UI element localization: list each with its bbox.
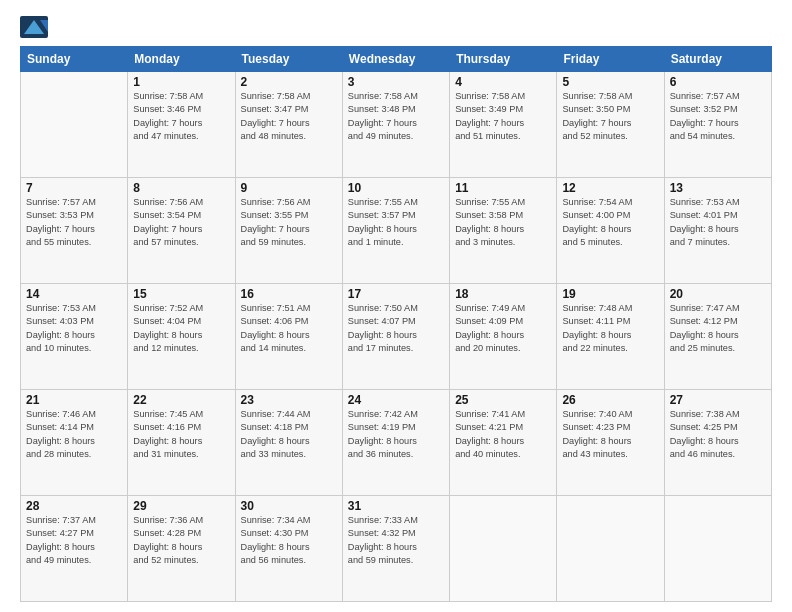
calendar-cell: 24Sunrise: 7:42 AMSunset: 4:19 PMDayligh… (342, 390, 449, 496)
calendar-cell: 20Sunrise: 7:47 AMSunset: 4:12 PMDayligh… (664, 284, 771, 390)
day-number: 11 (455, 181, 551, 195)
calendar-cell (557, 496, 664, 602)
day-info: Sunrise: 7:56 AMSunset: 3:55 PMDaylight:… (241, 196, 337, 249)
day-info: Sunrise: 7:52 AMSunset: 4:04 PMDaylight:… (133, 302, 229, 355)
weekday-header-thursday: Thursday (450, 47, 557, 72)
calendar-cell: 5Sunrise: 7:58 AMSunset: 3:50 PMDaylight… (557, 72, 664, 178)
day-number: 22 (133, 393, 229, 407)
day-info: Sunrise: 7:58 AMSunset: 3:50 PMDaylight:… (562, 90, 658, 143)
day-number: 18 (455, 287, 551, 301)
calendar-cell: 22Sunrise: 7:45 AMSunset: 4:16 PMDayligh… (128, 390, 235, 496)
day-number: 12 (562, 181, 658, 195)
day-info: Sunrise: 7:50 AMSunset: 4:07 PMDaylight:… (348, 302, 444, 355)
day-info: Sunrise: 7:41 AMSunset: 4:21 PMDaylight:… (455, 408, 551, 461)
page: SundayMondayTuesdayWednesdayThursdayFrid… (0, 0, 792, 612)
logo-icon (20, 16, 48, 38)
day-number: 24 (348, 393, 444, 407)
day-info: Sunrise: 7:42 AMSunset: 4:19 PMDaylight:… (348, 408, 444, 461)
calendar-cell: 16Sunrise: 7:51 AMSunset: 4:06 PMDayligh… (235, 284, 342, 390)
calendar: SundayMondayTuesdayWednesdayThursdayFrid… (20, 46, 772, 602)
day-info: Sunrise: 7:56 AMSunset: 3:54 PMDaylight:… (133, 196, 229, 249)
day-number: 29 (133, 499, 229, 513)
calendar-cell: 28Sunrise: 7:37 AMSunset: 4:27 PMDayligh… (21, 496, 128, 602)
day-info: Sunrise: 7:38 AMSunset: 4:25 PMDaylight:… (670, 408, 766, 461)
day-number: 10 (348, 181, 444, 195)
calendar-cell (21, 72, 128, 178)
calendar-cell: 13Sunrise: 7:53 AMSunset: 4:01 PMDayligh… (664, 178, 771, 284)
day-number: 7 (26, 181, 122, 195)
day-info: Sunrise: 7:53 AMSunset: 4:03 PMDaylight:… (26, 302, 122, 355)
day-info: Sunrise: 7:57 AMSunset: 3:52 PMDaylight:… (670, 90, 766, 143)
calendar-cell: 27Sunrise: 7:38 AMSunset: 4:25 PMDayligh… (664, 390, 771, 496)
calendar-cell: 10Sunrise: 7:55 AMSunset: 3:57 PMDayligh… (342, 178, 449, 284)
calendar-cell: 4Sunrise: 7:58 AMSunset: 3:49 PMDaylight… (450, 72, 557, 178)
calendar-cell: 31Sunrise: 7:33 AMSunset: 4:32 PMDayligh… (342, 496, 449, 602)
day-info: Sunrise: 7:54 AMSunset: 4:00 PMDaylight:… (562, 196, 658, 249)
day-number: 16 (241, 287, 337, 301)
weekday-header-wednesday: Wednesday (342, 47, 449, 72)
day-info: Sunrise: 7:36 AMSunset: 4:28 PMDaylight:… (133, 514, 229, 567)
calendar-cell: 15Sunrise: 7:52 AMSunset: 4:04 PMDayligh… (128, 284, 235, 390)
day-info: Sunrise: 7:46 AMSunset: 4:14 PMDaylight:… (26, 408, 122, 461)
week-row-4: 21Sunrise: 7:46 AMSunset: 4:14 PMDayligh… (21, 390, 772, 496)
day-number: 19 (562, 287, 658, 301)
calendar-cell (664, 496, 771, 602)
day-number: 3 (348, 75, 444, 89)
calendar-cell: 26Sunrise: 7:40 AMSunset: 4:23 PMDayligh… (557, 390, 664, 496)
day-info: Sunrise: 7:49 AMSunset: 4:09 PMDaylight:… (455, 302, 551, 355)
day-info: Sunrise: 7:58 AMSunset: 3:46 PMDaylight:… (133, 90, 229, 143)
day-info: Sunrise: 7:44 AMSunset: 4:18 PMDaylight:… (241, 408, 337, 461)
day-number: 26 (562, 393, 658, 407)
day-number: 4 (455, 75, 551, 89)
day-info: Sunrise: 7:58 AMSunset: 3:49 PMDaylight:… (455, 90, 551, 143)
day-number: 13 (670, 181, 766, 195)
day-number: 1 (133, 75, 229, 89)
header (20, 16, 772, 38)
weekday-header-friday: Friday (557, 47, 664, 72)
day-number: 30 (241, 499, 337, 513)
calendar-cell: 29Sunrise: 7:36 AMSunset: 4:28 PMDayligh… (128, 496, 235, 602)
week-row-5: 28Sunrise: 7:37 AMSunset: 4:27 PMDayligh… (21, 496, 772, 602)
day-info: Sunrise: 7:48 AMSunset: 4:11 PMDaylight:… (562, 302, 658, 355)
calendar-cell: 1Sunrise: 7:58 AMSunset: 3:46 PMDaylight… (128, 72, 235, 178)
weekday-header-tuesday: Tuesday (235, 47, 342, 72)
day-info: Sunrise: 7:58 AMSunset: 3:47 PMDaylight:… (241, 90, 337, 143)
day-info: Sunrise: 7:55 AMSunset: 3:57 PMDaylight:… (348, 196, 444, 249)
calendar-cell: 2Sunrise: 7:58 AMSunset: 3:47 PMDaylight… (235, 72, 342, 178)
day-info: Sunrise: 7:40 AMSunset: 4:23 PMDaylight:… (562, 408, 658, 461)
weekday-header-monday: Monday (128, 47, 235, 72)
day-info: Sunrise: 7:58 AMSunset: 3:48 PMDaylight:… (348, 90, 444, 143)
day-number: 15 (133, 287, 229, 301)
day-number: 5 (562, 75, 658, 89)
calendar-cell: 12Sunrise: 7:54 AMSunset: 4:00 PMDayligh… (557, 178, 664, 284)
weekday-header-sunday: Sunday (21, 47, 128, 72)
week-row-2: 7Sunrise: 7:57 AMSunset: 3:53 PMDaylight… (21, 178, 772, 284)
day-number: 17 (348, 287, 444, 301)
day-number: 31 (348, 499, 444, 513)
day-info: Sunrise: 7:33 AMSunset: 4:32 PMDaylight:… (348, 514, 444, 567)
day-number: 27 (670, 393, 766, 407)
calendar-cell: 23Sunrise: 7:44 AMSunset: 4:18 PMDayligh… (235, 390, 342, 496)
calendar-cell: 19Sunrise: 7:48 AMSunset: 4:11 PMDayligh… (557, 284, 664, 390)
logo (20, 16, 52, 38)
calendar-cell (450, 496, 557, 602)
weekday-header-saturday: Saturday (664, 47, 771, 72)
day-number: 8 (133, 181, 229, 195)
day-info: Sunrise: 7:57 AMSunset: 3:53 PMDaylight:… (26, 196, 122, 249)
calendar-cell: 18Sunrise: 7:49 AMSunset: 4:09 PMDayligh… (450, 284, 557, 390)
calendar-cell: 3Sunrise: 7:58 AMSunset: 3:48 PMDaylight… (342, 72, 449, 178)
day-number: 21 (26, 393, 122, 407)
day-number: 6 (670, 75, 766, 89)
day-info: Sunrise: 7:53 AMSunset: 4:01 PMDaylight:… (670, 196, 766, 249)
day-number: 23 (241, 393, 337, 407)
calendar-cell: 25Sunrise: 7:41 AMSunset: 4:21 PMDayligh… (450, 390, 557, 496)
day-info: Sunrise: 7:34 AMSunset: 4:30 PMDaylight:… (241, 514, 337, 567)
weekday-header-row: SundayMondayTuesdayWednesdayThursdayFrid… (21, 47, 772, 72)
day-number: 25 (455, 393, 551, 407)
calendar-cell: 9Sunrise: 7:56 AMSunset: 3:55 PMDaylight… (235, 178, 342, 284)
calendar-cell: 14Sunrise: 7:53 AMSunset: 4:03 PMDayligh… (21, 284, 128, 390)
day-number: 20 (670, 287, 766, 301)
week-row-3: 14Sunrise: 7:53 AMSunset: 4:03 PMDayligh… (21, 284, 772, 390)
calendar-cell: 21Sunrise: 7:46 AMSunset: 4:14 PMDayligh… (21, 390, 128, 496)
day-number: 2 (241, 75, 337, 89)
